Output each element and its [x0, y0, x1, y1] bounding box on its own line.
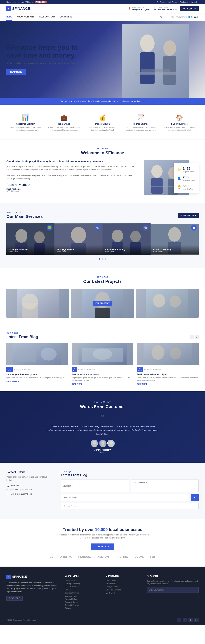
service-sub-4: Meet Experts: [153, 251, 196, 253]
nav-search-icon[interactable]: 🔍: [160, 16, 163, 18]
blog-read-more-3[interactable]: READ MORE >: [137, 383, 199, 385]
contact-email-info: ✉ hello-address@email.com: [6, 488, 51, 491]
svg-rect-39: [16, 349, 36, 362]
services-header: WHAT WE DO Our Main Services MORE SERVIC…: [6, 212, 199, 219]
submit-button[interactable]: ➤: [191, 494, 199, 501]
job-career-link[interactable]: Job Career: [169, 1, 177, 3]
svg-point-43: [93, 348, 112, 360]
feedbacks-link[interactable]: Feedbacks: [180, 1, 188, 3]
service-card-saving[interactable]: 💹 Saving & Investing Meet Experts: [6, 223, 54, 255]
address-label: Primary Addr ID: [132, 7, 150, 8]
linkedin-icon[interactable]: in: [188, 618, 193, 622]
name-input[interactable]: [61, 480, 129, 492]
project-card-1[interactable]: [6, 289, 69, 318]
footer-col-newsletter: Newsletter Sign up for our Newsletter to…: [147, 574, 199, 610]
blog-date-badge-3: 21 April Business / 0 Comments: [137, 367, 199, 372]
footer-link-home-loan[interactable]: Home & Loan: [65, 589, 99, 591]
footer-col-services: Our Services Home Loans Personal Finance…: [106, 574, 140, 610]
contact-hours-info: 🕐 Mon to Sat, 10am to 5pm: [6, 493, 51, 495]
facebook-icon[interactable]: f: [177, 618, 181, 622]
apply-now-button[interactable]: APPLY NOW: [35, 1, 47, 3]
blog-image-2: [72, 343, 134, 365]
footer-link-customer-policy[interactable]: Customer Policy: [65, 595, 99, 597]
more-services-button[interactable]: MORE SERVICES: [178, 213, 199, 218]
family-icon: 🏠: [163, 114, 196, 121]
footer-service-quick-links[interactable]: Quick Links: [106, 592, 140, 594]
feature-desc-2: Explain to you how all this mistaken ide…: [47, 126, 81, 131]
service-icon-4: 📋: [191, 225, 197, 230]
footer-link-investing[interactable]: Starting & Investing: [65, 583, 99, 585]
testimonial-name: Jeniffer Heartly: [6, 448, 199, 451]
more-project-button[interactable]: MORE PROJECT: [93, 300, 112, 306]
dot-2: [105, 258, 106, 260]
nav-team[interactable]: MEET OUR TEAM: [39, 14, 55, 21]
feature-higher-savings: 📈 Higher Savings Laborious physical exer…: [122, 111, 160, 134]
blog-read-more-2[interactable]: READ MORE >: [72, 383, 134, 385]
hero-title: SFinance helps you to save time and mone…: [6, 44, 82, 59]
join-button[interactable]: JOIN WITH US: [91, 544, 114, 550]
message-textarea[interactable]: [131, 480, 199, 492]
svg-point-45: [152, 345, 165, 360]
footer-link-personal-policy[interactable]: Personal Policy: [65, 598, 99, 600]
hero-read-more-button[interactable]: READ MORE: [6, 69, 26, 75]
blog-prev-button[interactable]: ‹: [190, 335, 194, 339]
twitter-icon[interactable]: t: [183, 618, 187, 622]
stat-projects-number: 1472: [183, 166, 194, 171]
service-select[interactable]: Choose Service Financial Planning Tax Sa…: [61, 503, 199, 509]
service-card-financial[interactable]: 📋 Financial Planning Meet Experts: [151, 223, 199, 255]
footer-service-family[interactable]: Family Business: [106, 586, 140, 588]
blog-next-button[interactable]: ›: [195, 335, 199, 339]
googleplus-icon[interactable]: g+: [194, 618, 199, 622]
phone-input[interactable]: [61, 494, 189, 501]
svg-point-16: [34, 231, 45, 243]
service-icon-3: 👴: [143, 225, 149, 230]
nav-home[interactable]: HOME: [6, 14, 12, 21]
get-quote-form-label: GET A QUOTE: [61, 471, 199, 472]
footer-link-contact[interactable]: Contact SFinance: [65, 604, 99, 606]
footer-link-getting-started[interactable]: Getting Started: [65, 580, 99, 582]
get-support-link[interactable]: Get Support: [157, 1, 166, 3]
service-overlay-2: Mortgage Advice Meet Experts: [54, 245, 102, 255]
awards-icon: 🏆: [178, 185, 181, 189]
footer-link-business[interactable]: Business Planning: [65, 592, 99, 594]
contact-phone-value: +123 456 38 99: [11, 484, 24, 487]
service-overlay-3: Retirement Planning Meet Experts: [102, 245, 151, 255]
footer-service-corporate[interactable]: Corporate Services: [106, 589, 140, 591]
contact-phone-icon: 📞: [6, 484, 9, 487]
contact-address: 📍 Primary Addr ID Newyork 1002, USA: [128, 7, 150, 11]
footer-read-more-button[interactable]: READ MORE: [6, 596, 22, 600]
blog-card-desc-2: Nequae porro quisquam est qui dolorem ip…: [72, 376, 134, 382]
feature-money-growth: 💰 Money Growth There anyone who loves or…: [83, 111, 122, 134]
svg-rect-31: [22, 303, 38, 318]
footer-link-sitemap[interactable]: Sitemap: [65, 607, 99, 609]
site-logo[interactable]: F SFINANCE: [6, 6, 30, 11]
blog-read-more-1[interactable]: READ MORE >: [6, 380, 68, 382]
dot-active: [99, 258, 100, 260]
blog-card-title-3: Retail banks wake up to digital: [137, 373, 199, 376]
blog-card-3: 21 April Business / 0 Comments Retail ba…: [137, 343, 199, 385]
service-title-2: Mortgage Advice: [57, 248, 100, 250]
project-card-2[interactable]: MORE PROJECT: [71, 289, 134, 318]
footer-service-personal[interactable]: Personal Finance: [106, 583, 140, 585]
form-row-1: [61, 480, 199, 492]
blog-card-desc-3: Explain how to pursue pleasure rationall…: [137, 376, 199, 382]
nav-about[interactable]: ABOUT COMPANY: [17, 14, 34, 21]
footer-link-taxes[interactable]: Taxes & Investing: [65, 586, 99, 588]
newsletter-email-input[interactable]: [147, 587, 199, 593]
services-grid: 💹 Saving & Investing Meet Experts 🏡 Mort…: [6, 223, 199, 255]
get-quote-header-button[interactable]: GET A QUOTE: [180, 6, 199, 12]
location-icon: 📍: [128, 7, 131, 10]
feature-family-business: 🏠 Family Business Take a trivial example…: [160, 111, 199, 134]
service-card-mortgage[interactable]: 🏡 Mortgage Advice Meet Experts: [54, 223, 102, 255]
network-link[interactable]: Network ▾: [191, 1, 199, 3]
stat-workers-label: Expert Workers: [183, 180, 195, 181]
project-card-3[interactable]: [136, 289, 199, 318]
feature-title-5: Family Business: [163, 123, 196, 125]
nav-contact[interactable]: CONTACT US: [60, 14, 72, 21]
service-card-retirement[interactable]: 👴 Retirement Planning Meet Experts: [102, 223, 151, 255]
stat-awards: 🏆 639 Awards Won: [178, 184, 195, 190]
form-row-3: Choose Service Financial Planning Tax Sa…: [61, 503, 199, 509]
footer-link-resource[interactable]: Resource Center: [65, 601, 99, 603]
footer-service-home-loans[interactable]: Home Loans: [106, 580, 140, 582]
svg-point-51: [101, 441, 105, 445]
